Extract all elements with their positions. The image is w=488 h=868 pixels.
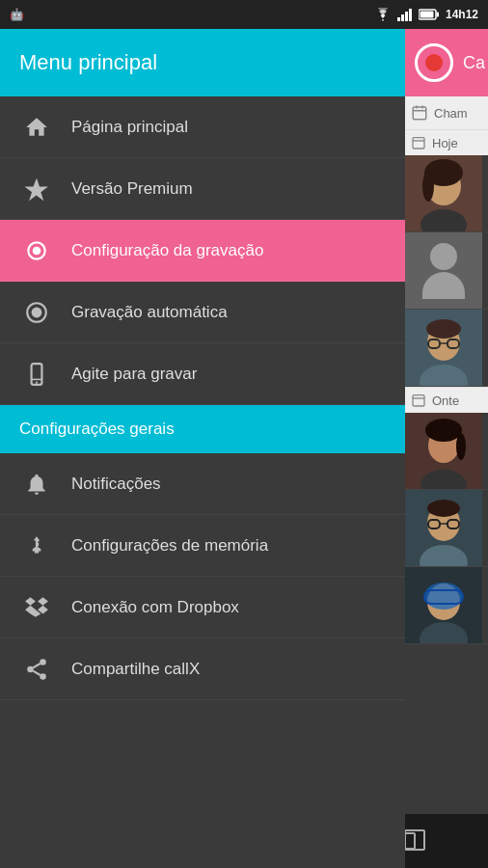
- person-head: [430, 243, 457, 270]
- calendar-icon: [411, 104, 428, 122]
- drawer-menu: Menu principal Página principal Versão P…: [0, 29, 405, 868]
- right-panel: Ca Cham Hoje: [405, 29, 488, 868]
- right-panel-header: Ca: [405, 29, 488, 96]
- svg-point-49: [427, 500, 460, 517]
- call-item-2[interactable]: [405, 232, 488, 310]
- star-icon: [19, 172, 54, 206]
- menu-label-premium: Versão Premium: [71, 179, 193, 199]
- avatar-female-1: [405, 155, 482, 232]
- menu-label-notifications: Notificações: [71, 475, 161, 494]
- svg-point-53: [424, 583, 463, 610]
- menu-label-shake: Agite para gravar: [71, 365, 197, 384]
- record-circle-icon: [19, 295, 54, 330]
- menu-label-dropbox: Conexão com Dropbox: [71, 598, 239, 617]
- bell-icon: [19, 467, 54, 502]
- usb-icon: [19, 529, 54, 563]
- avatar-female-2: [405, 413, 482, 490]
- today-section: Hoje: [405, 129, 488, 155]
- svg-rect-3: [409, 9, 412, 21]
- menu-label-recording-config: Configuração da gravação: [71, 241, 263, 260]
- svg-rect-2: [405, 12, 408, 21]
- menu-item-recording-config[interactable]: Configuração da gravação: [0, 220, 405, 282]
- menu-label-memory: Configurações de memória: [71, 536, 268, 556]
- svg-point-8: [33, 246, 41, 255]
- status-left: 🤖: [10, 8, 24, 21]
- share-icon: [19, 652, 54, 687]
- calendar-yesterday-icon: [411, 393, 426, 408]
- svg-point-35: [426, 319, 461, 339]
- menu-label-share: Compartilhe callX: [71, 660, 200, 679]
- svg-rect-19: [413, 107, 426, 120]
- menu-item-notifications[interactable]: Notificações: [0, 453, 405, 515]
- svg-point-14: [40, 659, 46, 665]
- menu-item-premium[interactable]: Versão Premium: [0, 158, 405, 220]
- record-icon: [415, 43, 453, 82]
- person-body: [422, 272, 465, 299]
- svg-point-42: [456, 433, 466, 460]
- svg-point-15: [27, 665, 34, 672]
- section-header-general: Configurações gerais: [0, 405, 405, 453]
- today-label: Hoje: [432, 136, 458, 150]
- time-display: 14h12: [446, 8, 478, 21]
- avatar-unknown: [405, 232, 482, 310]
- phone-shake-icon: [19, 357, 54, 392]
- dropbox-icon: [19, 590, 54, 625]
- menu-item-auto-record[interactable]: Gravação automática: [0, 282, 405, 343]
- right-panel-title: Ca: [463, 53, 485, 73]
- calls-section-header: Cham: [405, 96, 488, 129]
- home-icon: [19, 110, 54, 145]
- menu-item-share[interactable]: Compartilhe callX: [0, 638, 405, 700]
- menu-item-memory[interactable]: Configurações de memória: [0, 515, 405, 577]
- svg-point-28: [422, 171, 434, 202]
- status-bar: 🤖 14h12: [0, 0, 488, 29]
- call-item-3[interactable]: [405, 310, 488, 387]
- svg-rect-6: [420, 12, 433, 18]
- status-right: 14h12: [374, 8, 478, 21]
- svg-rect-1: [401, 14, 404, 21]
- svg-point-16: [40, 673, 46, 680]
- menu-item-dropbox[interactable]: Conexão com Dropbox: [0, 577, 405, 638]
- avatar-male-1: [405, 310, 482, 387]
- menu-item-home[interactable]: Página principal: [0, 96, 405, 158]
- menu-label-auto-record: Gravação automática: [71, 303, 228, 322]
- svg-rect-37: [413, 395, 424, 406]
- svg-rect-5: [436, 13, 439, 17]
- svg-rect-23: [413, 138, 424, 149]
- call-item-4[interactable]: [405, 413, 488, 490]
- svg-line-18: [33, 664, 40, 667]
- svg-rect-0: [397, 17, 400, 21]
- yesterday-section: Onte: [405, 387, 488, 413]
- avatar-male-3: [405, 567, 482, 644]
- drawer-header: Menu principal: [0, 29, 405, 96]
- svg-point-41: [425, 419, 462, 442]
- call-item-1[interactable]: [405, 155, 488, 232]
- battery-icon: [419, 9, 440, 20]
- signal-icon: [397, 8, 413, 21]
- person-silhouette: [422, 232, 465, 310]
- record-dot: [425, 54, 443, 71]
- calendar-today-icon: [411, 135, 426, 150]
- recording-config-icon: [19, 233, 54, 268]
- yesterday-label: Onte: [432, 393, 459, 408]
- main-layout: Menu principal Página principal Versão P…: [0, 29, 488, 868]
- avatar-male-2: [405, 490, 482, 567]
- menu-item-shake[interactable]: Agite para gravar: [0, 343, 405, 405]
- android-icon: 🤖: [10, 8, 24, 21]
- section-label-general: Configurações gerais: [19, 420, 175, 439]
- drawer-title: Menu principal: [19, 50, 157, 75]
- call-item-5[interactable]: [405, 490, 488, 567]
- wifi-icon: [374, 8, 392, 21]
- call-item-6[interactable]: [405, 567, 488, 644]
- svg-point-10: [32, 307, 42, 317]
- calls-label: Cham: [434, 106, 468, 121]
- svg-line-17: [33, 670, 40, 674]
- menu-label-home: Página principal: [71, 118, 188, 137]
- svg-point-13: [36, 381, 38, 383]
